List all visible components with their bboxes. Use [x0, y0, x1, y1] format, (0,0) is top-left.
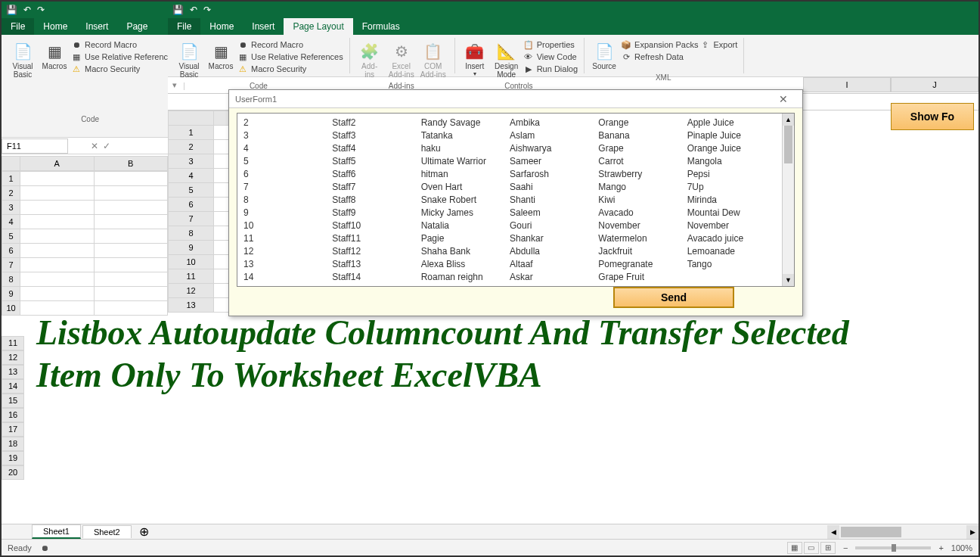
listbox-cell[interactable]: Pepsi	[687, 168, 776, 180]
cell[interactable]	[94, 229, 168, 244]
listbox-cell[interactable]: 14	[243, 271, 332, 283]
row-header[interactable]: 7	[2, 258, 20, 272]
relative-refs-cmd[interactable]: ▦Use Relative Reference	[71, 51, 172, 62]
name-box[interactable]	[2, 138, 68, 154]
row-header[interactable]: 9	[169, 241, 214, 255]
row-header[interactable]: 17	[2, 422, 24, 437]
listbox-cell[interactable]: Pomegranate	[598, 258, 687, 270]
redo-icon[interactable]: ↷	[203, 5, 211, 15]
listbox-cell[interactable]: Altaaf	[510, 258, 598, 270]
row-header[interactable]: 1	[169, 126, 214, 140]
listbox-cell[interactable]: Aishwarya	[510, 142, 598, 154]
scroll-thumb[interactable]	[784, 126, 792, 163]
scroll-down-icon[interactable]: ▼	[783, 274, 794, 286]
listbox-cell[interactable]: Shanti	[510, 194, 598, 206]
listbox-cell[interactable]: Tango	[687, 258, 776, 270]
listbox-cell[interactable]: Staff14	[332, 271, 420, 283]
sheet-tab-1[interactable]: Sheet1	[32, 524, 81, 539]
cell[interactable]	[94, 186, 168, 201]
listbox-cell[interactable]: November	[687, 219, 776, 232]
zoom-out-icon[interactable]: −	[843, 543, 848, 552]
col-header-i[interactable]: I	[803, 77, 891, 92]
listbox-cell[interactable]: hitman	[421, 168, 510, 180]
row-header[interactable]: 5	[169, 183, 214, 198]
tab-page-layout[interactable]: Page Layout	[284, 18, 352, 35]
row-header[interactable]: 6	[169, 198, 214, 212]
listbox-cell[interactable]: Staff11	[332, 232, 420, 244]
cell[interactable]	[20, 244, 95, 258]
cell[interactable]	[20, 201, 95, 215]
horizontal-scrollbar[interactable]: ◀ ▶	[827, 525, 978, 539]
listbox-cell[interactable]: 8	[243, 194, 332, 206]
listbox-cell[interactable]: Strawberry	[598, 168, 687, 180]
row-header[interactable]: 13	[2, 365, 24, 379]
row-header[interactable]: 18	[2, 437, 24, 451]
scroll-left-icon[interactable]: ◀	[827, 525, 839, 539]
view-code-cmd[interactable]: 👁View Code	[523, 51, 578, 62]
normal-view-icon[interactable]: ▦	[787, 542, 802, 554]
record-macro-cmd[interactable]: ⏺Record Macro	[71, 39, 172, 50]
row-header[interactable]: 8	[169, 226, 214, 241]
sheet-tab-2[interactable]: Sheet2	[82, 525, 132, 538]
cell[interactable]	[94, 172, 168, 186]
visual-basic-button[interactable]: 📄Visual Basic	[174, 39, 204, 80]
listbox-cell[interactable]: 10	[243, 219, 332, 232]
listbox-cell[interactable]: Lemoanade	[687, 245, 776, 257]
redo-icon[interactable]: ↷	[37, 5, 45, 15]
listbox-cell[interactable]: Staff2	[332, 117, 420, 129]
listbox-cell[interactable]: Shankar	[510, 232, 598, 244]
cell[interactable]	[94, 272, 168, 287]
scroll-right-icon[interactable]: ▶	[966, 525, 978, 539]
listbox-cell[interactable]: Avacado	[598, 207, 687, 219]
row-header[interactable]: 11	[169, 269, 214, 284]
row-header[interactable]: 6	[2, 244, 20, 258]
insert-control-button[interactable]: 🧰Insert▾	[460, 39, 490, 79]
listbox-cell[interactable]: Ultimate Warrior	[421, 155, 510, 167]
cell[interactable]	[20, 272, 95, 287]
listbox-cell[interactable]: Staff12	[332, 245, 420, 257]
page-layout-view-icon[interactable]: ▭	[804, 542, 819, 554]
addins-button[interactable]: 🧩Add- ins	[355, 39, 385, 80]
listbox-cell[interactable]: Mango	[598, 181, 687, 193]
listbox-cell[interactable]: 3	[243, 129, 332, 142]
col-header[interactable]	[169, 111, 214, 126]
listbox-cell[interactable]: Mountai Dew	[687, 207, 776, 219]
run-dialog-cmd[interactable]: ▶Run Dialog	[523, 64, 578, 74]
listbox-cell[interactable]: Natalia	[421, 219, 510, 232]
design-mode-button[interactable]: 📐Design Mode	[492, 39, 522, 80]
listbox-cell[interactable]: Pagie	[421, 232, 510, 244]
col-header-j[interactable]: J	[891, 77, 978, 92]
listbox-cell[interactable]: Ambika	[510, 117, 598, 129]
listbox-cell[interactable]: Grape	[598, 142, 687, 154]
cell[interactable]	[20, 258, 95, 272]
cell[interactable]	[94, 287, 168, 301]
listbox-cell[interactable]: Saahi	[510, 181, 598, 193]
listbox-cell[interactable]: Staff4	[332, 142, 420, 154]
listbox-cell[interactable]: Askar	[510, 271, 598, 283]
row-header[interactable]: 3	[2, 201, 20, 215]
com-addins-button[interactable]: 📋COM Add-ins	[418, 39, 448, 80]
listbox-cell[interactable]: Staff10	[332, 219, 420, 232]
listbox-control[interactable]: 234567891011121314Staff2Staff3Staff4Staf…	[237, 113, 795, 287]
row-header[interactable]: 15	[2, 394, 24, 408]
listbox-cell[interactable]: Orange	[598, 117, 687, 129]
hscroll-thumb[interactable]	[841, 527, 901, 537]
listbox-cell[interactable]: Apple Juice	[687, 117, 776, 129]
tab-file[interactable]: File	[2, 18, 34, 35]
listbox-scrollbar[interactable]: ▲ ▼	[782, 114, 794, 286]
listbox-cell[interactable]: Staff13	[332, 258, 420, 270]
listbox-cell[interactable]: haku	[421, 142, 510, 154]
row-header[interactable]: 19	[2, 451, 24, 465]
page-break-view-icon[interactable]: ⊞	[820, 542, 836, 554]
properties-cmd[interactable]: 📋Properties	[523, 39, 578, 50]
listbox-cell[interactable]: Snake Robert	[421, 194, 510, 206]
listbox-cell[interactable]: Randy Savage	[421, 117, 510, 129]
row-header[interactable]: 8	[2, 272, 20, 287]
row-header[interactable]: 4	[169, 169, 214, 183]
cell[interactable]	[20, 215, 95, 229]
expansion-packs-cmd[interactable]: 📦Expansion Packs	[621, 39, 698, 50]
relative-refs-cmd[interactable]: ▦Use Relative References	[237, 51, 343, 62]
zoom-in-icon[interactable]: +	[938, 543, 943, 552]
listbox-cell[interactable]	[687, 271, 776, 283]
macro-security-cmd[interactable]: ⚠Macro Security	[237, 64, 343, 74]
